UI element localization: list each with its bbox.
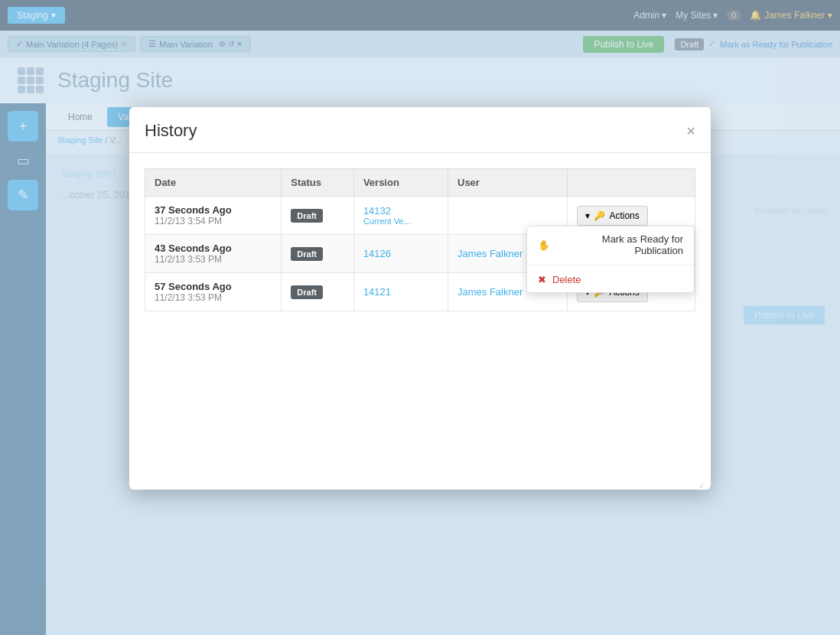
row2-version-cell: 14126 <box>353 235 448 273</box>
row1-dropdown-menu: ✋ Mark as Ready for Publication ✖ Delete <box>526 226 695 293</box>
row2-user-link[interactable]: James Falkner <box>457 248 523 259</box>
mark-ready-icon: ✋ <box>538 239 550 251</box>
delete-label: Delete <box>552 274 581 285</box>
col-version: Version <box>353 169 448 197</box>
row1-version-current: Current Ve... <box>363 217 438 226</box>
delete-menu-item[interactable]: ✖ Delete <box>527 267 694 292</box>
row3-draft-badge: Draft <box>291 285 323 299</box>
modal-close-button[interactable]: × <box>686 123 695 138</box>
col-date: Date <box>145 169 282 197</box>
row2-date-secondary: 11/2/13 3:53 PM <box>155 254 272 265</box>
row1-version-link[interactable]: 14132 <box>363 205 438 217</box>
row1-version-cell: 14132 Current Ve... <box>353 197 448 235</box>
modal-body: Date Status Version User 37 Seconds Ago … <box>129 153 711 327</box>
row3-date-cell: 57 Seconds Ago 11/2/13 3:53 PM <box>145 273 282 311</box>
col-user: User <box>448 169 568 197</box>
dropdown-divider <box>527 265 694 265</box>
row3-date-secondary: 11/2/13 3:53 PM <box>155 292 272 303</box>
row1-date-primary: 37 Seconds Ago <box>155 204 272 216</box>
row3-status-cell: Draft <box>282 273 354 311</box>
table-header: Date Status Version User <box>145 169 695 197</box>
row1-actions-button[interactable]: ▾ 🔑 Actions <box>577 206 647 226</box>
mark-ready-menu-item[interactable]: ✋ Mark as Ready for Publication <box>527 226 694 263</box>
row3-user-link[interactable]: James Falkner <box>457 286 523 298</box>
row2-draft-badge: Draft <box>291 247 323 261</box>
modal-title: History <box>145 121 197 141</box>
mark-ready-label: Mark as Ready for Publication <box>556 233 683 256</box>
col-status: Status <box>282 169 354 197</box>
row1-actions-arrow: ▾ <box>585 210 590 221</box>
table-body: 37 Seconds Ago 11/2/13 3:54 PM Draft 141… <box>145 197 695 311</box>
row3-version-link[interactable]: 14121 <box>363 286 391 298</box>
row1-draft-badge: Draft <box>291 209 323 223</box>
row2-date-primary: 43 Seconds Ago <box>155 243 272 254</box>
row2-version-link[interactable]: 14126 <box>363 248 391 259</box>
row1-date-secondary: 11/2/13 3:54 PM <box>155 216 272 226</box>
row1-actions-label: Actions <box>609 210 639 221</box>
row1-status-cell: Draft <box>282 197 354 235</box>
history-modal: History × Date Status Version User <box>129 107 711 490</box>
history-table: Date Status Version User 37 Seconds Ago … <box>145 168 695 311</box>
row1-date-cell: 37 Seconds Ago 11/2/13 3:54 PM <box>145 197 282 235</box>
row2-status-cell: Draft <box>282 235 354 273</box>
row3-version-cell: 14121 <box>353 273 448 311</box>
col-actions <box>568 169 695 197</box>
table-row: 37 Seconds Ago 11/2/13 3:54 PM Draft 141… <box>145 197 695 235</box>
modal-header: History × <box>129 107 711 153</box>
row2-date-cell: 43 Seconds Ago 11/2/13 3:53 PM <box>145 235 282 273</box>
modal-overlay: History × Date Status Version User <box>0 0 840 635</box>
row1-key-icon: 🔑 <box>594 210 605 221</box>
row3-date-primary: 57 Seconds Ago <box>155 281 272 292</box>
row1-actions-cell: ▾ 🔑 Actions ✋ Mark as Ready for Publicat… <box>568 197 695 235</box>
modal-resize-handle[interactable]: ⌟ <box>698 477 708 487</box>
delete-icon: ✖ <box>538 274 546 285</box>
